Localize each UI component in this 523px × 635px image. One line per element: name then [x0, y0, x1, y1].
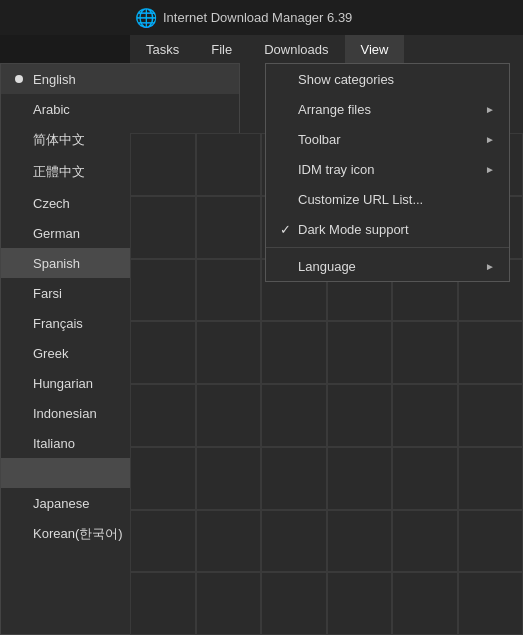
lang-label-indonesian: Indonesian	[33, 406, 97, 421]
lang-label-german: German	[33, 226, 80, 241]
grid-cell	[458, 572, 524, 635]
lang-label-korean: Korean(한국어)	[33, 525, 123, 543]
dropdown-show-categories[interactable]: Show categories	[266, 64, 509, 94]
grid-cell	[327, 572, 393, 635]
lang-label-hungarian: Hungarian	[33, 376, 93, 391]
grid-cell	[196, 196, 262, 259]
grid-cell	[458, 447, 524, 510]
dropdown-toolbar[interactable]: Toolbar ►	[266, 124, 509, 154]
grid-cell	[392, 321, 458, 384]
grid-cell	[196, 321, 262, 384]
idm-icon: 🌐	[135, 7, 157, 29]
grid-cell	[196, 447, 262, 510]
grid-cell	[458, 510, 524, 573]
selected-dot-icon	[15, 75, 23, 83]
grid-cell	[196, 384, 262, 447]
grid-cell	[327, 447, 393, 510]
grid-cell	[261, 447, 327, 510]
grid-cell	[392, 384, 458, 447]
grid-cell	[458, 384, 524, 447]
dark-mode-label: Dark Mode support	[298, 222, 495, 237]
arrow-icon: ►	[485, 134, 495, 145]
grid-cell	[327, 510, 393, 573]
grid-cell	[327, 321, 393, 384]
dropdown-language[interactable]: Language ►	[266, 251, 509, 281]
customize-url-label: Customize URL List...	[298, 192, 495, 207]
menu-item-downloads[interactable]: Downloads	[248, 35, 344, 63]
check-dark-mode: ✓	[280, 222, 298, 237]
grid-cell	[196, 259, 262, 322]
menu-item-file[interactable]: File	[195, 35, 248, 63]
dropdown-separator	[266, 247, 509, 248]
menu-bar: Tasks File Downloads View	[130, 35, 523, 63]
grid-cell	[130, 447, 196, 510]
arrow-icon: ►	[485, 104, 495, 115]
grid-cell	[196, 133, 262, 196]
show-categories-label: Show categories	[298, 72, 495, 87]
dropdown-arrange-files[interactable]: Arrange files ►	[266, 94, 509, 124]
toolbar-label: Toolbar	[298, 132, 485, 147]
lang-label-french: Français	[33, 316, 83, 331]
grid-cell	[130, 321, 196, 384]
grid-cell	[130, 133, 196, 196]
lang-label-chinese-traditional: 正體中文	[33, 163, 85, 181]
lang-label-czech: Czech	[33, 196, 70, 211]
dropdown-dark-mode[interactable]: ✓ Dark Mode support	[266, 214, 509, 244]
grid-cell	[130, 384, 196, 447]
grid-cell	[392, 447, 458, 510]
lang-label-japanese: Japanese	[33, 496, 89, 511]
grid-cell	[130, 196, 196, 259]
dropdown-idm-tray-icon[interactable]: IDM tray icon ►	[266, 154, 509, 184]
menu-item-view[interactable]: View	[345, 35, 405, 63]
grid-cell	[261, 572, 327, 635]
grid-cell	[130, 572, 196, 635]
arrow-icon: ►	[485, 261, 495, 272]
menu-item-tasks[interactable]: Tasks	[130, 35, 195, 63]
arrange-files-label: Arrange files	[298, 102, 485, 117]
lang-item-arabic[interactable]: Arabic	[1, 94, 239, 124]
lang-item-english[interactable]: English	[1, 64, 239, 94]
grid-cell	[327, 384, 393, 447]
language-label: Language	[298, 259, 485, 274]
title-bar-text: Internet Download Manager 6.39	[163, 10, 352, 25]
idm-tray-label: IDM tray icon	[298, 162, 485, 177]
grid-cell	[261, 321, 327, 384]
lang-label-arabic: Arabic	[33, 102, 70, 117]
grid-cell	[196, 510, 262, 573]
grid-cell	[458, 321, 524, 384]
grid-cell	[392, 510, 458, 573]
lang-label-chinese-simplified: 简体中文	[33, 131, 85, 149]
grid-cell	[261, 510, 327, 573]
grid-cell	[261, 384, 327, 447]
dropdown-customize-url[interactable]: Customize URL List...	[266, 184, 509, 214]
lang-label-spanish: Spanish	[33, 256, 80, 271]
lang-label-greek: Greek	[33, 346, 68, 361]
view-dropdown: Show categories Arrange files ► Toolbar …	[265, 63, 510, 282]
grid-cell	[130, 510, 196, 573]
grid-cell	[130, 259, 196, 322]
grid-cell	[392, 572, 458, 635]
title-bar: 🌐 Internet Download Manager 6.39	[0, 0, 523, 35]
grid-cell	[196, 572, 262, 635]
lang-label-farsi: Farsi	[33, 286, 62, 301]
lang-label-italian: Italiano	[33, 436, 75, 451]
lang-label-english: English	[33, 72, 76, 87]
arrow-icon: ►	[485, 164, 495, 175]
